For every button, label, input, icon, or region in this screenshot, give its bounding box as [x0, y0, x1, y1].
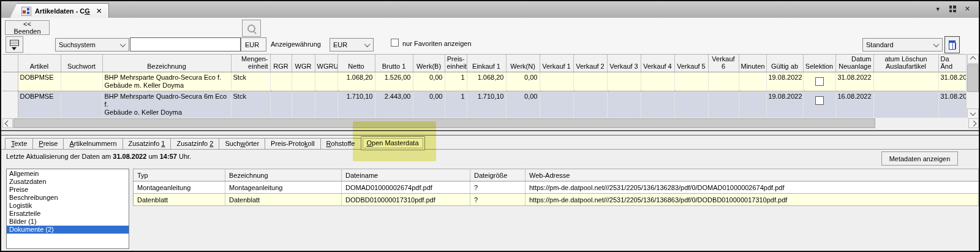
grid-cell[interactable]: 1.710,10 — [337, 91, 375, 118]
grid-cell[interactable] — [803, 72, 835, 91]
selektion-checkbox[interactable] — [815, 77, 824, 86]
doc-grid-cell[interactable]: ? — [470, 194, 526, 206]
tab-preise[interactable]: Preise — [32, 138, 64, 150]
tab-texte[interactable]: Texte — [5, 138, 33, 150]
panel-splitter[interactable] — [1, 130, 979, 136]
column-header[interactable] — [2, 55, 18, 72]
grid-cell[interactable] — [270, 91, 292, 118]
currency-combo[interactable]: EUR — [330, 38, 374, 52]
grid-cell[interactable]: 1 — [445, 72, 467, 91]
horizontal-scroll-thumb[interactable] — [13, 118, 875, 128]
grid-cell[interactable] — [739, 72, 766, 91]
grid-cell[interactable] — [2, 91, 18, 118]
column-header[interactable]: RGR — [270, 55, 292, 72]
grid-cell[interactable]: 19.08.2022 — [766, 72, 803, 91]
column-header[interactable]: Mengen- einheit — [231, 55, 270, 72]
category-item[interactable]: Logistik — [7, 202, 129, 210]
column-header[interactable]: Netto — [337, 55, 375, 72]
column-header[interactable]: WGRU — [315, 55, 337, 72]
grid-cell[interactable] — [2, 72, 18, 91]
column-header[interactable]: Suchwort — [61, 55, 102, 72]
tab-close-icon[interactable]: ✕ — [96, 7, 102, 15]
grid-cell[interactable] — [641, 91, 674, 118]
window-position-icon[interactable] — [949, 6, 956, 12]
scroll-left-button[interactable] — [2, 118, 13, 128]
scroll-right-button[interactable] — [968, 118, 979, 128]
grid-cell[interactable] — [803, 91, 835, 118]
grid-cell[interactable] — [61, 72, 102, 91]
grid-cell[interactable] — [739, 91, 766, 118]
column-header[interactable]: Einkauf 1 — [467, 55, 506, 72]
column-header[interactable]: WGR — [292, 55, 315, 72]
grid-cell[interactable] — [540, 91, 573, 118]
grid-cell[interactable]: Stck — [231, 91, 270, 118]
table-row[interactable]: DOBPMSEBHP Mehrsparte Quadro-Secura 6m E… — [2, 91, 966, 118]
grid-cell[interactable] — [292, 91, 315, 118]
favorites-checkbox[interactable] — [391, 39, 399, 47]
grid-cell[interactable] — [708, 72, 739, 91]
column-header[interactable]: Da Änd — [938, 55, 966, 72]
doc-grid-cell[interactable]: DODBD010000017310pdf.pdf — [342, 194, 470, 206]
column-header[interactable]: Brutto 1 — [375, 55, 413, 72]
table-row[interactable]: DatenblattDatenblattDODBD010000017310pdf… — [134, 194, 979, 206]
doc-grid-cell[interactable]: Montageanleitung — [134, 181, 225, 194]
tab-open-masterdata[interactable]: Open Masterdata — [361, 136, 425, 150]
grid-cell[interactable]: 1.526,00 — [375, 72, 413, 91]
column-header[interactable]: Preis- einheit — [445, 55, 467, 72]
selektion-checkbox[interactable] — [815, 96, 824, 105]
column-header[interactable]: Web-Adresse — [526, 169, 979, 181]
grid-cell[interactable]: 31.08.2022 — [835, 72, 873, 91]
doc-grid-cell[interactable]: ? — [470, 181, 526, 194]
grid-cell[interactable] — [674, 72, 708, 91]
column-header[interactable]: Artikel — [18, 55, 61, 72]
grid-cell[interactable] — [873, 91, 938, 118]
column-header[interactable]: Verkauf 3 — [607, 55, 641, 72]
grid-cell[interactable] — [61, 91, 102, 118]
grid-cell[interactable]: 31.08.2022 — [938, 72, 966, 91]
grid-cell[interactable] — [292, 72, 315, 91]
column-header[interactable]: Bezeichnung — [102, 55, 231, 72]
grid-cell[interactable] — [607, 72, 641, 91]
column-header[interactable]: Verkauf 4 — [641, 55, 674, 72]
grid-cell[interactable]: 0,00 — [506, 72, 540, 91]
grid-cell[interactable] — [315, 91, 337, 118]
grid-cell[interactable] — [315, 72, 337, 91]
grid-cell[interactable]: 1.710,10 — [467, 91, 506, 118]
grid-cell[interactable]: BHP Mehrsparte Quadro-Secura 6m Eco f. G… — [102, 91, 231, 118]
category-item[interactable]: Beschreibungen — [7, 194, 129, 202]
column-header[interactable]: Minuten — [739, 55, 766, 72]
document-tab-artikeldaten[interactable]: Artikeldaten - CG ✕ — [10, 3, 109, 18]
grid-cell[interactable] — [573, 91, 607, 118]
scroll-up-button[interactable] — [967, 54, 979, 64]
grid-cell[interactable]: 19.08.2022 — [766, 91, 803, 118]
grid-cell[interactable]: 0,00 — [413, 91, 445, 118]
doc-grid-cell[interactable]: https://pm-de.datpool.net///2531/2205/13… — [526, 194, 979, 206]
search-input[interactable] — [130, 37, 241, 52]
column-header[interactable]: Werk(B) — [413, 55, 445, 72]
column-header[interactable]: Verkauf 5 — [674, 55, 708, 72]
column-header[interactable]: Verkauf 2 — [573, 55, 607, 72]
column-header[interactable]: Typ — [134, 169, 225, 181]
grid-cell[interactable] — [674, 91, 708, 118]
column-header[interactable]: Verkauf 6 — [708, 55, 739, 72]
close-icon[interactable]: ✕ — [965, 5, 970, 13]
category-item[interactable]: Ersatzteile — [7, 210, 129, 218]
table-layout-button[interactable] — [944, 36, 960, 53]
grid-cell[interactable] — [708, 91, 739, 118]
tab-preis-protokoll[interactable]: Preis-Protokoll — [265, 138, 321, 150]
tab-suchw-rter[interactable]: Suchwörter — [219, 138, 265, 150]
suchsystem-combo[interactable]: Suchsystem — [55, 38, 129, 52]
grid-cell[interactable] — [873, 72, 938, 91]
grid-cell[interactable] — [573, 72, 607, 91]
grid-cell[interactable]: DOBPMSE — [18, 72, 61, 91]
search-button[interactable] — [242, 20, 261, 37]
tab-rohstoffe[interactable]: Rohstoffe — [320, 138, 361, 150]
grid-cell[interactable]: 1 — [445, 91, 467, 118]
grid-cell[interactable]: 0,00 — [413, 72, 445, 91]
chevron-down-icon[interactable]: ▼ — [935, 6, 941, 12]
category-item[interactable]: Bilder (1) — [7, 218, 129, 226]
category-item[interactable]: Preise — [7, 186, 129, 194]
beenden-button[interactable]: << Beenden — [5, 20, 50, 35]
vertical-scroll-thumb[interactable] — [967, 64, 979, 92]
column-header[interactable]: atum Löschun Auslaufartikel — [873, 55, 938, 72]
